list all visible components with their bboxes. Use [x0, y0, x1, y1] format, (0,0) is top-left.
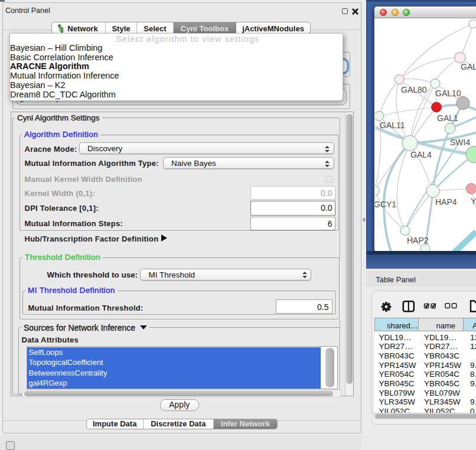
svg-text:GAL4: GAL4 [410, 149, 432, 159]
svg-text:HAP4: HAP4 [435, 197, 457, 206]
svg-text:Y: Y [471, 196, 476, 206]
svg-text:GAL10: GAL10 [435, 88, 461, 97]
svg-text:HAP2: HAP2 [407, 235, 429, 244]
svg-text:GCY1: GCY1 [375, 199, 396, 208]
svg-text:GAL11: GAL11 [380, 120, 405, 130]
svg-text:SWI4: SWI4 [450, 137, 470, 146]
svg-text:GAL1: GAL1 [437, 113, 458, 122]
svg-text:GAL7: GAL7 [461, 61, 476, 71]
svg-text:GAL80: GAL80 [401, 84, 427, 94]
